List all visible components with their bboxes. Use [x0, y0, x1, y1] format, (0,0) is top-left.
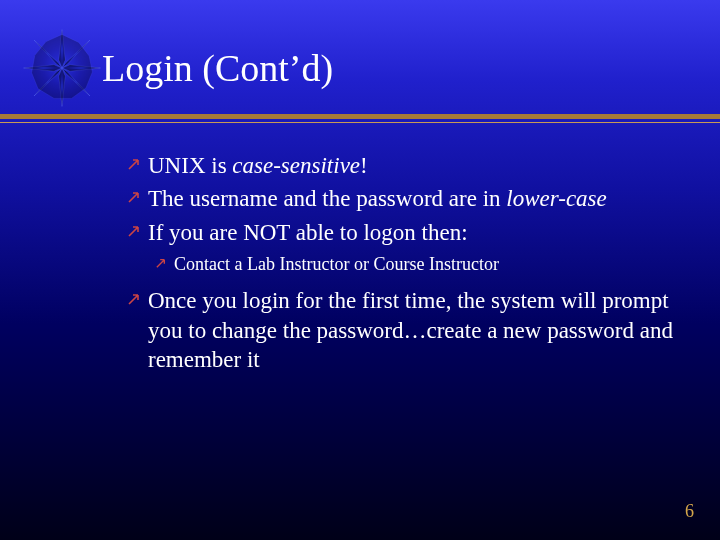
sub-bullet-1: Contact a Lab Instructor or Course Instr…: [128, 253, 684, 276]
page-number: 6: [685, 501, 694, 522]
slide-content: UNIX is case-sensitive! The username and…: [0, 123, 720, 375]
bullet-3: If you are NOT able to logon then:: [128, 218, 684, 247]
bullet-text: Once you login for the first time, the s…: [142, 286, 684, 374]
bullet-text: Contact a Lab Instructor or Course Instr…: [168, 253, 499, 276]
arrow-up-right-icon: [128, 191, 142, 203]
bullet-text: If you are NOT able to logon then:: [142, 218, 468, 247]
arrow-up-right-icon: [128, 225, 142, 237]
arrow-up-right-icon: [156, 258, 168, 268]
slide-title: Login (Cont’d): [102, 46, 333, 90]
bullet-text: UNIX is case-sensitive!: [142, 151, 368, 180]
svg-marker-8: [32, 34, 93, 98]
starburst-icon: [16, 28, 108, 108]
arrow-up-right-icon: [128, 158, 142, 170]
bullet-text: The username and the password are in low…: [142, 184, 607, 213]
title-row: Login (Cont’d): [0, 0, 720, 108]
bullet-1: UNIX is case-sensitive!: [128, 151, 684, 180]
arrow-up-right-icon: [128, 293, 142, 305]
bullet-2: The username and the password are in low…: [128, 184, 684, 213]
bullet-4: Once you login for the first time, the s…: [128, 286, 684, 374]
title-underline: [0, 114, 720, 123]
